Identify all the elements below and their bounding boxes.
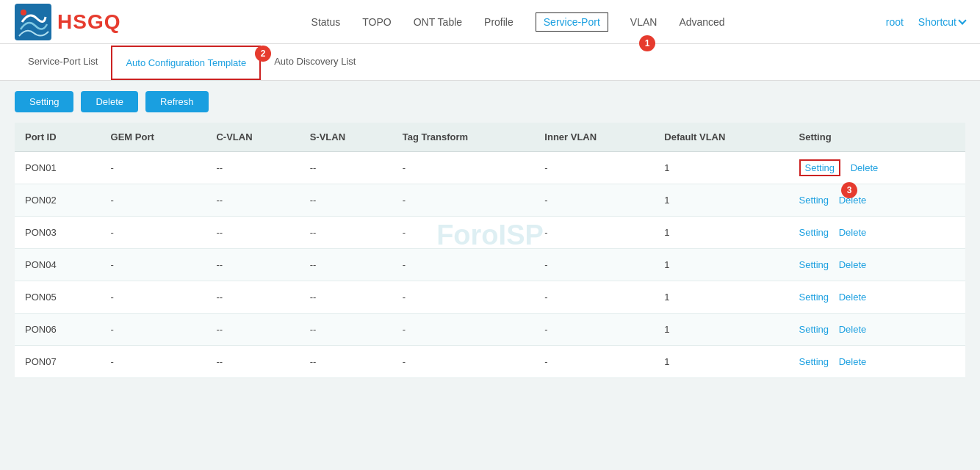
col-port-id: Port ID xyxy=(15,123,101,152)
cell-port-id: PON04 xyxy=(15,249,101,281)
col-c-vlan: C-VLAN xyxy=(206,123,299,152)
nav-topo[interactable]: TOPO xyxy=(362,13,391,31)
table-row: PON05 - -- -- - - 1 Setting Delete xyxy=(15,281,965,314)
nav-service-port[interactable]: Service-Port xyxy=(536,12,608,32)
nav-vlan[interactable]: VLAN xyxy=(630,13,657,31)
cell-actions: Setting Delete xyxy=(789,217,965,249)
toolbar: Setting Delete Refresh xyxy=(0,81,980,123)
nav-advanced[interactable]: Advanced xyxy=(679,13,724,31)
cell-c-vlan: -- xyxy=(206,152,299,184)
badge-1: 1 xyxy=(639,35,655,51)
cell-s-vlan: -- xyxy=(300,314,392,346)
cell-default-vlan: 1 xyxy=(654,346,788,378)
nav-shortcut[interactable]: Shortcut xyxy=(918,16,965,28)
row-delete-link[interactable]: Delete xyxy=(839,356,867,367)
tab-auto-config-template[interactable]: Auto Configuration Template xyxy=(111,46,261,80)
cell-inner-vlan: - xyxy=(534,184,654,217)
logo-icon xyxy=(15,4,51,40)
cell-gem-port: - xyxy=(101,281,206,314)
row-setting-link[interactable]: Setting xyxy=(799,356,829,367)
cell-tag-transform: - xyxy=(392,281,535,314)
row-delete-link[interactable]: Delete xyxy=(839,292,867,303)
refresh-button[interactable]: Refresh xyxy=(145,91,209,112)
cell-actions: Setting Delete xyxy=(789,152,965,184)
cell-inner-vlan: - xyxy=(534,314,654,346)
cell-tag-transform: - xyxy=(392,152,535,184)
row-delete-link[interactable]: Delete xyxy=(839,259,867,270)
col-setting: Setting xyxy=(789,123,965,152)
cell-actions: Setting Delete xyxy=(789,346,965,378)
col-default-vlan: Default VLAN xyxy=(654,123,788,152)
cell-default-vlan: 1 xyxy=(654,281,788,314)
cell-default-vlan: 1 xyxy=(654,152,788,184)
nav-ont-table[interactable]: ONT Table xyxy=(414,13,462,31)
row-delete-link[interactable]: Delete xyxy=(839,227,867,238)
cell-s-vlan: -- xyxy=(300,346,392,378)
row-setting-link[interactable]: Setting xyxy=(799,227,829,238)
chevron-down-icon xyxy=(958,16,966,24)
cell-inner-vlan: - xyxy=(534,346,654,378)
setting-button[interactable]: Setting xyxy=(15,91,73,112)
row-setting-link[interactable]: Setting xyxy=(799,159,840,176)
nav-profile[interactable]: Profile xyxy=(484,13,514,31)
table-row: PON03 - -- -- - - 1 Setting Delete xyxy=(15,217,965,249)
row-delete-link[interactable]: Delete xyxy=(851,162,879,173)
cell-default-vlan: 1 xyxy=(654,314,788,346)
cell-c-vlan: -- xyxy=(206,281,299,314)
logo-text: HSGQ xyxy=(57,10,120,34)
cell-port-id: PON02 xyxy=(15,184,101,217)
cell-port-id: PON06 xyxy=(15,314,101,346)
nav-status[interactable]: Status xyxy=(311,13,341,31)
cell-gem-port: - xyxy=(101,184,206,217)
cell-gem-port: - xyxy=(101,217,206,249)
table-row: PON07 - -- -- - - 1 Setting Delete xyxy=(15,346,965,378)
row-setting-link[interactable]: Setting xyxy=(799,195,829,206)
cell-gem-port: - xyxy=(101,249,206,281)
table-header-row: Port ID GEM Port C-VLAN S-VLAN Tag Trans… xyxy=(15,123,965,152)
col-gem-port: GEM Port xyxy=(101,123,206,152)
cell-tag-transform: - xyxy=(392,184,535,217)
table-row: PON04 - -- -- - - 1 Setting Delete xyxy=(15,249,965,281)
cell-s-vlan: -- xyxy=(300,217,392,249)
table-row: PON01 - -- -- - - 1 Setting Delete xyxy=(15,152,965,184)
table-row: PON02 - -- -- - - 1 Setting Delete xyxy=(15,184,965,217)
cell-actions: Setting Delete xyxy=(789,184,965,217)
cell-port-id: PON03 xyxy=(15,217,101,249)
cell-gem-port: - xyxy=(101,346,206,378)
cell-default-vlan: 1 xyxy=(654,217,788,249)
cell-inner-vlan: - xyxy=(534,152,654,184)
cell-c-vlan: -- xyxy=(206,184,299,217)
nav-right: root Shortcut xyxy=(886,16,965,28)
table-row: PON06 - -- -- - - 1 Setting Delete xyxy=(15,314,965,346)
tab-service-port-list[interactable]: Service-Port List xyxy=(15,46,111,79)
cell-inner-vlan: - xyxy=(534,281,654,314)
main-table: Port ID GEM Port C-VLAN S-VLAN Tag Trans… xyxy=(15,123,965,378)
col-tag-transform: Tag Transform xyxy=(392,123,535,152)
nav-root[interactable]: root xyxy=(886,16,904,28)
cell-c-vlan: -- xyxy=(206,249,299,281)
cell-s-vlan: -- xyxy=(300,184,392,217)
row-setting-link[interactable]: Setting xyxy=(799,292,829,303)
cell-actions: Setting Delete xyxy=(789,249,965,281)
cell-port-id: PON05 xyxy=(15,281,101,314)
tab-auto-discovery-list[interactable]: Auto Discovery List xyxy=(261,46,369,79)
header: HSGQ Status TOPO ONT Table Profile Servi… xyxy=(0,0,980,44)
cell-default-vlan: 1 xyxy=(654,249,788,281)
badge-3: 3 xyxy=(841,182,857,198)
cell-s-vlan: -- xyxy=(300,281,392,314)
cell-tag-transform: - xyxy=(392,314,535,346)
cell-tag-transform: - xyxy=(392,217,535,249)
cell-c-vlan: -- xyxy=(206,217,299,249)
col-s-vlan: S-VLAN xyxy=(300,123,392,152)
row-setting-link[interactable]: Setting xyxy=(799,324,829,335)
cell-inner-vlan: - xyxy=(534,217,654,249)
row-delete-link[interactable]: Delete xyxy=(839,324,867,335)
row-setting-link[interactable]: Setting xyxy=(799,259,829,270)
cell-port-id: PON07 xyxy=(15,346,101,378)
col-inner-vlan: Inner VLAN xyxy=(534,123,654,152)
cell-s-vlan: -- xyxy=(300,152,392,184)
delete-button[interactable]: Delete xyxy=(81,91,138,112)
logo-area: HSGQ xyxy=(15,4,120,40)
table-container: Port ID GEM Port C-VLAN S-VLAN Tag Trans… xyxy=(0,123,980,393)
cell-actions: Setting Delete xyxy=(789,281,965,314)
